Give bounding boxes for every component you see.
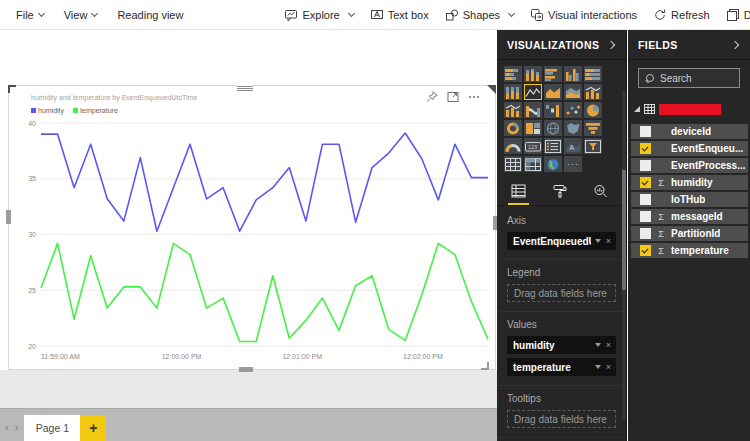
- explore-button[interactable]: Explore: [277, 0, 360, 30]
- viz-type-100-stacked-column-chart-icon[interactable]: [504, 84, 522, 100]
- collapse-panel-icon[interactable]: [607, 41, 615, 49]
- field-row-eventenqueu[interactable]: EventEnqueu...: [631, 141, 748, 156]
- checkbox-unchecked[interactable]: [640, 126, 651, 137]
- checkbox-unchecked[interactable]: [640, 160, 651, 171]
- duplicate-this-page-button[interactable]: Duplicate this page: [719, 0, 750, 30]
- viz-type-area-chart-icon[interactable]: [544, 84, 562, 100]
- prev-page-arrow-icon[interactable]: ‹: [5, 421, 9, 433]
- well-legend: LegendDrag data fields here: [497, 260, 626, 312]
- pin-icon[interactable]: [425, 90, 439, 104]
- analytics-tab[interactable]: [593, 184, 608, 205]
- remove-field-icon[interactable]: ×: [606, 340, 611, 350]
- resize-handle-left[interactable]: [6, 210, 11, 224]
- menu-file[interactable]: File: [6, 0, 54, 30]
- viz-panel-scrollbar-thumb[interactable]: [622, 170, 626, 290]
- action-label: Refresh: [671, 9, 710, 21]
- viz-type-line-chart-icon[interactable]: [524, 84, 542, 100]
- viz-type-clustered-column-chart-icon[interactable]: [564, 66, 582, 82]
- viz-type-filled-map-icon[interactable]: [564, 120, 582, 136]
- dropdown-caret-icon[interactable]: [595, 343, 601, 347]
- dropdown-caret-icon[interactable]: [595, 239, 601, 243]
- viz-type-scatter-chart-icon[interactable]: [564, 102, 582, 118]
- viz-type-waterfall-chart-icon[interactable]: [544, 102, 562, 118]
- menu-reading-view[interactable]: Reading view: [107, 0, 193, 30]
- focus-mode-icon[interactable]: [446, 90, 460, 104]
- field-chip[interactable]: humidity×: [507, 336, 616, 354]
- text-box-icon: [370, 8, 384, 22]
- checkbox-checked[interactable]: [640, 143, 651, 154]
- drop-zone[interactable]: Drag data fields here: [507, 284, 616, 302]
- refresh-icon: [653, 8, 667, 22]
- action-group: ExploreText boxShapesVisual interactions…: [277, 0, 750, 30]
- viz-type-donut-chart-icon[interactable]: [504, 120, 522, 136]
- add-page-button[interactable]: +: [80, 415, 106, 441]
- viz-type-line-and-clustered-column-chart-icon[interactable]: [504, 102, 522, 118]
- viz-type-map-icon[interactable]: [544, 120, 562, 136]
- search-input[interactable]: Search: [638, 68, 740, 88]
- viz-type-100-stacked-bar-chart-icon[interactable]: [584, 66, 602, 82]
- remove-field-icon[interactable]: ×: [606, 362, 611, 372]
- resize-handle-corner[interactable]: [481, 362, 489, 370]
- page-nav: ‹ ›: [0, 421, 24, 441]
- viz-type-multi-row-card-icon[interactable]: [544, 138, 562, 154]
- viz-type-clustered-bar-chart-icon[interactable]: [544, 66, 562, 82]
- field-row-eventprocess[interactable]: EventProcess...: [631, 158, 748, 173]
- text-box-button[interactable]: Text box: [363, 0, 436, 30]
- refresh-button[interactable]: Refresh: [646, 0, 717, 30]
- checkbox-checked[interactable]: [640, 177, 651, 188]
- svg-text:25: 25: [28, 287, 36, 294]
- dropdown-caret-icon[interactable]: [595, 365, 601, 369]
- viz-type-slicer-icon[interactable]: [584, 138, 602, 154]
- well-axis: AxisEventEnqueuedUtcTime×: [497, 208, 626, 260]
- viz-type-stacked-area-chart-icon[interactable]: [564, 84, 582, 100]
- viz-type-funnel-icon[interactable]: [584, 120, 602, 136]
- shapes-button[interactable]: Shapes: [438, 0, 521, 30]
- drop-zone[interactable]: Drag data fields here: [507, 410, 616, 428]
- page-tab-page1[interactable]: Page 1: [24, 415, 80, 441]
- line-chart-visual[interactable]: humidity and temperature by EventEnqueue…: [8, 85, 496, 370]
- viz-type-line-and-stacked-column-chart-icon[interactable]: [584, 84, 602, 100]
- checkbox-unchecked[interactable]: [640, 194, 651, 205]
- viz-type-treemap-icon[interactable]: [524, 120, 542, 136]
- field-row-humidity[interactable]: Σhumidity: [631, 175, 748, 190]
- viz-type-stacked-column-chart-icon[interactable]: [524, 66, 542, 82]
- remove-field-icon[interactable]: ×: [606, 236, 611, 246]
- viz-type-arcgis-map-icon[interactable]: [544, 156, 562, 172]
- visual-drag-handle[interactable]: [237, 85, 253, 92]
- viz-type-table-icon[interactable]: [504, 156, 522, 172]
- viz-type-card-icon[interactable]: 123: [524, 138, 542, 154]
- well-label: Axis: [507, 215, 616, 226]
- fields-tab[interactable]: [511, 184, 526, 205]
- viz-panel-scrollbar[interactable]: [622, 90, 626, 420]
- viz-type-pie-chart-icon[interactable]: [584, 102, 602, 118]
- viz-type-gauge-icon[interactable]: [504, 138, 522, 154]
- viz-type-matrix-icon[interactable]: [524, 156, 542, 172]
- report-canvas[interactable]: humidity and temperature by EventEnqueue…: [0, 30, 497, 441]
- table-node[interactable]: [634, 100, 746, 118]
- next-page-arrow-icon[interactable]: ›: [15, 421, 19, 433]
- checkbox-unchecked[interactable]: [640, 211, 651, 222]
- more-options-icon[interactable]: [467, 90, 481, 104]
- field-chip[interactable]: EventEnqueuedUtcTime×: [507, 232, 616, 250]
- checkbox-unchecked[interactable]: [640, 228, 651, 239]
- expand-table-icon[interactable]: [634, 106, 640, 112]
- collapse-fields-panel-icon[interactable]: [731, 41, 739, 49]
- checkbox-checked[interactable]: [640, 245, 651, 256]
- field-row-iothub[interactable]: IoTHub: [631, 192, 748, 207]
- menu-view[interactable]: View: [54, 0, 108, 30]
- chevron-down-icon: [508, 9, 515, 16]
- sigma-icon: Σ: [656, 229, 666, 239]
- resize-handle-bottom[interactable]: [239, 367, 253, 372]
- viz-type-stacked-bar-chart-icon[interactable]: [504, 66, 522, 82]
- field-row-messageid[interactable]: ΣmessageId: [631, 209, 748, 224]
- format-tab[interactable]: [552, 184, 567, 205]
- field-row-partitionid[interactable]: ΣPartitionId: [631, 226, 748, 241]
- viz-type-ribbon-chart-icon[interactable]: [524, 102, 542, 118]
- field-chip[interactable]: temperature×: [507, 358, 616, 376]
- viz-type-more-options-icon[interactable]: ···: [564, 156, 582, 172]
- viz-type-kpi-icon[interactable]: A: [564, 138, 582, 154]
- field-row-temperature[interactable]: Σtemperature: [631, 243, 748, 258]
- report-page[interactable]: humidity and temperature by EventEnqueue…: [0, 30, 497, 370]
- visual-interactions-button[interactable]: Visual interactions: [523, 0, 644, 30]
- field-row-deviceid[interactable]: deviceId: [631, 124, 748, 139]
